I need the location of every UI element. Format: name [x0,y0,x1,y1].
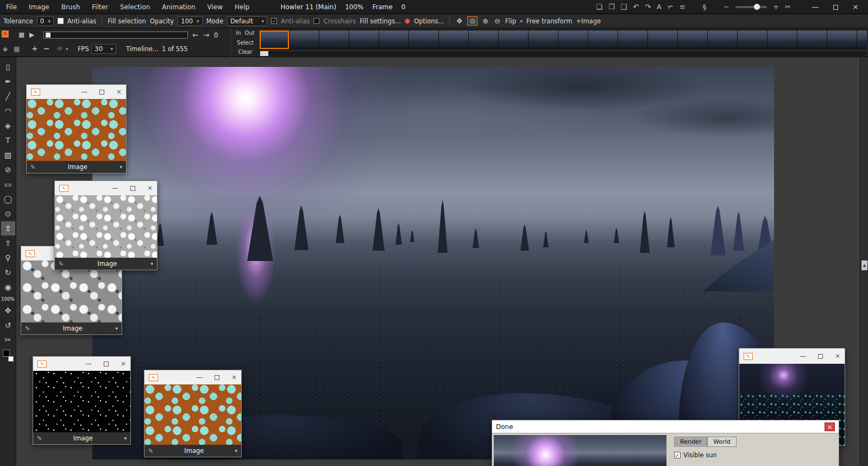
menu-selection[interactable]: Selection [114,0,156,14]
chevron-down-icon[interactable]: ▾ [119,164,122,170]
filmstrip-frame[interactable] [738,30,767,49]
tab-render[interactable]: Render [674,437,707,447]
menu-animation[interactable]: Animation [156,0,201,14]
gradient-tool[interactable]: ▨ [1,148,15,162]
filmstrip-frame[interactable] [768,30,797,49]
palette-image-cells[interactable] [55,195,157,258]
scissors-icon[interactable]: ✂ [785,3,791,11]
slider-minus-icon[interactable]: − [724,3,729,11]
add-frame-button[interactable]: + [32,44,38,53]
slider-plus-icon[interactable]: + [773,3,779,11]
transform-tool[interactable]: ⇪ [1,236,15,250]
maximize-button[interactable] [215,374,219,381]
cut-path-icon[interactable]: ✃ [668,3,674,11]
chevron-down-icon[interactable]: ▾ [115,326,118,331]
text-transform-icon[interactable]: A [657,3,662,11]
filmstrip-frame[interactable] [678,30,707,49]
filmstrip-scrollbar[interactable] [260,51,867,57]
brush-size-slider[interactable] [735,6,767,8]
free-transform-button[interactable]: Free transform [526,17,572,25]
minimize-button[interactable]: — [85,360,92,368]
chevron-down-icon[interactable]: ▾ [66,46,68,52]
slider-thumb-icon[interactable] [754,4,760,10]
key-tool[interactable]: ♀ [1,251,15,265]
select-button[interactable]: Select [237,40,254,46]
maximize-button[interactable] [99,88,104,96]
minimize-button[interactable]: — [808,3,822,11]
filmstrip-frame[interactable] [648,30,677,49]
ellipse-select-tool[interactable]: ◯ [1,192,15,206]
chevron-down-icon[interactable]: ▾ [235,448,237,453]
lines-icon[interactable]: ≡ [680,3,685,11]
palette-image-green[interactable] [144,384,241,445]
scrollbar-thumb[interactable]: ▲ [861,260,867,270]
minimize-button[interactable]: — [112,184,118,192]
redo-icon[interactable]: ↷ [645,3,651,11]
palette-footer[interactable]: ✎ Image ▾ [144,445,241,457]
rotate-tool[interactable]: ↻ [1,265,15,279]
filmstrip-frame[interactable] [319,30,349,49]
maximize-button[interactable] [104,360,109,368]
spline-icon[interactable]: § [703,3,707,11]
zoom-out-icon[interactable]: ⊖ [493,17,501,25]
visible-sun-checkbox[interactable]: ✓ [674,452,681,458]
filmstrip-frame[interactable] [618,30,647,49]
filmstrip-frame[interactable] [499,30,528,49]
canvas-vertical-scrollbar[interactable]: ▲ [860,57,868,466]
rect-select-tool[interactable]: ▭ [1,177,15,191]
picker-tool[interactable]: ⇧ [1,221,15,235]
minimize-button[interactable]: — [196,374,203,381]
filmstrip-frame[interactable] [439,30,468,49]
zoom-tool[interactable]: ⊙ [1,207,15,221]
copy-frame-icon[interactable]: ❐ [608,3,615,11]
palette-footer[interactable]: ✎ Image ▾ [21,322,122,334]
filmstrip-frame[interactable] [349,30,379,49]
palette-image-stars[interactable] [33,371,130,432]
play-step-icon[interactable]: ▶ [29,31,34,39]
maximize-button[interactable] [130,184,135,192]
palette-footer[interactable]: ✎ Image ▾ [55,258,157,270]
menu-view[interactable]: View [202,0,229,14]
brush-tool[interactable]: ✒ [1,74,15,89]
minimize-button[interactable]: — [800,352,806,360]
filmstrip-frame[interactable] [708,30,737,49]
palette-titlebar[interactable]: ✎ — × [27,85,126,99]
curve-tool[interactable]: ◠ [1,104,15,118]
antialias-checkbox[interactable] [58,18,64,24]
filmstrip-frame[interactable] [290,30,319,49]
ellipse-tool[interactable]: ⊘ [1,163,15,177]
close-button[interactable]: × [848,3,863,11]
palette-titlebar[interactable]: ✎ — × [55,181,157,195]
menu-brush[interactable]: Brush [55,0,86,14]
plus-image-button[interactable]: +Image [576,17,601,25]
filmstrip-frame[interactable] [827,30,857,49]
filmstrip-frame[interactable] [260,30,289,49]
scrollbar-thumb[interactable] [260,51,268,56]
close-button[interactable]: × [121,360,126,368]
lamp-tool[interactable]: ◉ [1,280,15,294]
close-button[interactable]: × [835,352,840,360]
mode-combo[interactable]: Default ▾ [227,16,267,26]
text-tool[interactable]: T [1,133,15,147]
tolerance-combo[interactable]: 0 ▾ [37,16,54,26]
timeline-close-button[interactable]: × [2,30,9,38]
maximize-button[interactable] [818,352,823,360]
paste-frame-icon[interactable]: ❑ [621,3,627,11]
palette-titlebar[interactable]: ✎ — × [33,357,130,371]
filmstrip-frame[interactable] [857,30,867,49]
color-dot-icon[interactable] [405,18,410,24]
zoom-in-icon[interactable]: ⊕ [481,17,489,25]
crosshairs-checkbox[interactable] [313,18,319,24]
filmstrip-frame[interactable] [558,30,588,49]
close-button[interactable]: × [116,88,122,96]
filmstrip-frame[interactable] [588,30,618,49]
new-frame-icon[interactable]: ❏ [596,3,602,11]
filmstrip-frame[interactable] [379,30,408,49]
line-tool[interactable]: ╱ [1,89,15,103]
filmstrip-frame[interactable] [529,30,558,49]
done-close-button[interactable]: × [825,422,835,431]
prev-frame-icon[interactable]: ← [192,30,199,39]
filmstrip-frame[interactable] [469,30,498,49]
chevron-down-icon[interactable]: ▾ [150,261,153,266]
chevron-down-icon[interactable]: ▾ [124,436,127,441]
